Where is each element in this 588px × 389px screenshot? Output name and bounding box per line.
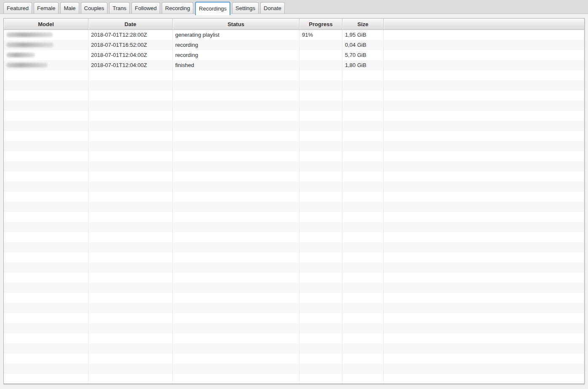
cell-spacer [384,222,584,232]
cell-date: 2018-07-01T12:04:00Z [88,60,173,70]
cell-progress [299,354,342,364]
cell-size [342,354,384,364]
cell-model [4,343,88,354]
column-header-progress[interactable]: Progress [299,19,342,30]
cell-progress [299,151,342,161]
cell-size [342,303,384,313]
cell-model [4,273,88,283]
column-header-size[interactable]: Size [342,19,384,30]
cell-size [342,161,384,172]
cell-size [342,293,384,303]
recording-row[interactable]: 2018-07-01T12:28:00Zgenerating playlist9… [4,30,584,40]
cell-spacer [384,323,584,333]
tab-featured[interactable]: Featured [3,2,32,13]
tab-recording[interactable]: Recording [162,2,193,13]
column-header-model[interactable]: Model [4,19,88,30]
tab-recordings[interactable]: Recordings [195,2,230,15]
cell-status [173,333,299,343]
empty-row [4,252,584,263]
cell-spacer [384,242,584,252]
cell-status [173,161,299,172]
tab-followed[interactable]: Followed [131,2,160,13]
cell-spacer [384,172,584,182]
redacted-model-name [6,53,35,57]
cell-size [342,182,384,192]
cell-model [4,222,88,232]
cell-status [173,101,299,111]
empty-row [4,364,584,374]
cell-spacer [384,333,584,343]
cell-size [342,172,384,182]
cell-spacer [384,80,584,91]
cell-size [342,141,384,151]
empty-row [4,80,584,91]
cell-spacer [384,60,584,70]
cell-status: recording [173,40,299,50]
cell-model [4,111,88,121]
cell-model [4,293,88,303]
cell-date [88,374,173,384]
cell-status [173,80,299,91]
recording-row[interactable]: 2018-07-01T12:04:00Zrecording5,70 GiB [4,50,584,60]
cell-date [88,303,173,313]
cell-spacer [384,70,584,80]
empty-row [4,70,584,80]
empty-row [4,232,584,242]
cell-date [88,91,173,101]
cell-size [342,192,384,202]
cell-spacer [384,151,584,161]
cell-spacer [384,273,584,283]
empty-row [4,131,584,141]
column-header-date[interactable]: Date [88,19,173,30]
cell-status [173,131,299,141]
cell-spacer [384,101,584,111]
empty-row [4,101,584,111]
cell-date [88,70,173,80]
cell-progress [299,192,342,202]
empty-row [4,303,584,313]
cell-progress [299,323,342,333]
cell-model [4,252,88,263]
cell-model [4,172,88,182]
tab-settings[interactable]: Settings [232,2,259,13]
cell-progress [299,273,342,283]
cell-status [173,354,299,364]
cell-progress [299,252,342,263]
empty-row [4,293,584,303]
recording-row[interactable]: 2018-07-01T12:04:00Zfinished1,80 GiB [4,60,584,70]
cell-spacer [384,182,584,192]
cell-date [88,343,173,354]
recording-row[interactable]: 2018-07-01T16:52:00Zrecording0,04 GiB [4,40,584,50]
cell-progress [299,70,342,80]
cell-status [173,172,299,182]
tab-donate[interactable]: Donate [260,2,285,13]
cell-status [173,232,299,242]
cell-size [342,273,384,283]
column-header-status[interactable]: Status [173,19,299,30]
cell-model [4,80,88,91]
tab-trans[interactable]: Trans [109,2,130,13]
cell-progress [299,263,342,273]
tab-couples[interactable]: Couples [81,2,108,13]
cell-size [342,343,384,354]
cell-spacer [384,313,584,323]
cell-model [4,202,88,212]
cell-model [4,50,88,60]
cell-progress [299,172,342,182]
cell-progress [299,374,342,384]
cell-model [4,192,88,202]
cell-date [88,192,173,202]
cell-size: 1,95 GiB [342,30,384,40]
empty-row [4,182,584,192]
cell-spacer [384,202,584,212]
tab-male[interactable]: Male [60,2,79,13]
cell-model [4,131,88,141]
empty-row [4,323,584,333]
cell-spacer [384,303,584,313]
cell-spacer [384,192,584,202]
cell-progress [299,60,342,70]
cell-size [342,263,384,273]
cell-model [4,30,88,40]
cell-date [88,283,173,293]
tab-female[interactable]: Female [34,2,59,13]
